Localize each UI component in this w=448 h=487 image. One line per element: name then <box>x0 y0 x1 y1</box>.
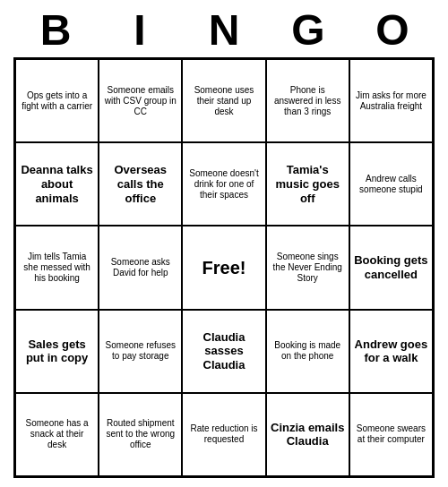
bingo-cell-0: Ops gets into a fight with a carrier <box>15 59 99 142</box>
title-letter-b: B <box>20 9 91 52</box>
bingo-cell-5: Deanna talks about animals <box>15 142 99 226</box>
bingo-cell-10: Jim tells Tamia she messed with his book… <box>15 226 99 309</box>
bingo-cell-1: Someone emails with CSV group in CC <box>99 59 182 142</box>
bingo-cell-18: Booking is made on the phone <box>266 310 349 393</box>
bingo-cell-6: Overseas calls the office <box>99 142 182 226</box>
bingo-cell-20: Someone has a snack at their desk <box>15 393 99 476</box>
bingo-cell-2: Someone uses their stand up desk <box>182 59 265 142</box>
bingo-grid: Ops gets into a fight with a carrierSome… <box>13 57 435 478</box>
bingo-cell-23: Cinzia emails Claudia <box>266 393 349 476</box>
bingo-cell-15: Sales gets put in copy <box>15 310 99 393</box>
bingo-cell-11: Someone asks David for help <box>99 226 182 309</box>
bingo-cell-24: Someone swears at their computer <box>349 393 433 476</box>
bingo-cell-7: Someone doesn't drink for one of their s… <box>182 142 265 226</box>
bingo-cell-19: Andrew goes for a walk <box>349 310 433 393</box>
bingo-cell-16: Someone refuses to pay storage <box>99 310 182 393</box>
title-letter-o: O <box>357 9 428 52</box>
bingo-cell-17: Claudia sasses Claudia <box>182 310 265 393</box>
title-letter-g: G <box>272 9 344 52</box>
bingo-title: B I N G O <box>13 9 435 52</box>
bingo-cell-12: Free! <box>182 226 265 309</box>
bingo-cell-14: Booking gets cancelled <box>349 226 433 309</box>
bingo-cell-9: Andrew calls someone stupid <box>349 142 433 226</box>
bingo-cell-8: Tamia's music goes off <box>266 142 349 226</box>
bingo-cell-3: Phone is answered in less than 3 rings <box>266 59 349 142</box>
title-letter-n: N <box>188 9 260 52</box>
bingo-cell-22: Rate reduction is requested <box>182 393 265 476</box>
bingo-cell-21: Routed shipment sent to the wrong office <box>99 393 182 476</box>
bingo-cell-4: Jim asks for more Australia freight <box>349 59 433 142</box>
title-letter-i: I <box>104 9 176 52</box>
bingo-cell-13: Someone sings the Never Ending Story <box>266 226 349 309</box>
